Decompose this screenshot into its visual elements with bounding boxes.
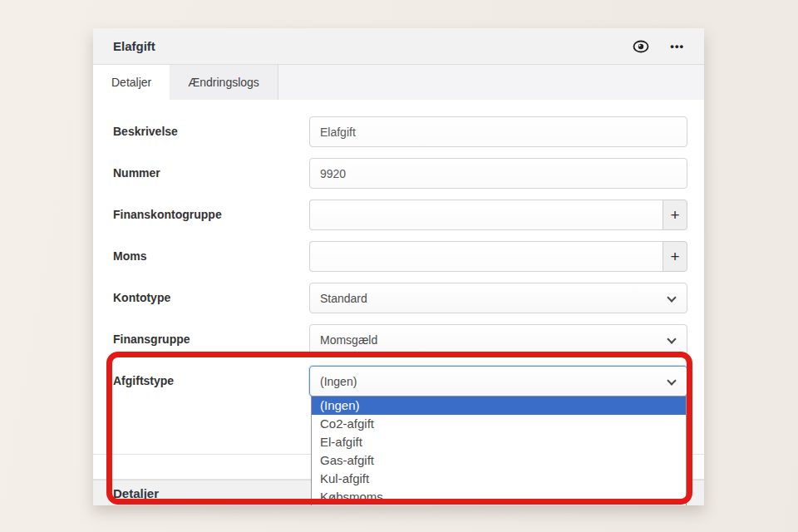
tab-strip-filler	[278, 65, 704, 100]
field-label: Nummer	[113, 158, 309, 189]
moms-add-button[interactable]: +	[663, 241, 687, 272]
page-title: Elafgift	[113, 39, 155, 53]
form-row-afgiftstype: Afgiftstype (Ingen)	[113, 366, 687, 397]
tab-strip: Detaljer Ændringslogs	[93, 65, 704, 100]
finansgruppe-select[interactable]: Momsgæld	[309, 324, 687, 355]
form-row-finansgruppe: Finansgruppe Momsgæld	[113, 324, 687, 355]
form-row-moms: Moms +	[113, 241, 687, 272]
finanskontogruppe-input[interactable]	[309, 200, 663, 230]
afgiftstype-value: (Ingen)	[320, 375, 357, 388]
afgiftstype-select[interactable]: (Ingen)	[309, 366, 687, 397]
tab-detaljer[interactable]: Detaljer	[93, 65, 170, 100]
chevron-down-icon	[667, 376, 676, 385]
form-row-beskrivelse: Beskrivelse	[113, 116, 687, 147]
moms-input[interactable]	[309, 241, 663, 272]
dropdown-option[interactable]: Gas-afgift	[312, 451, 686, 470]
field-label: Finansgruppe	[113, 324, 309, 355]
afgiftstype-dropdown-list: (Ingen) Co2-afgift El-afgift Gas-afgift …	[311, 396, 687, 505]
card-header: Elafgift •••	[93, 28, 704, 65]
header-actions: •••	[632, 40, 684, 53]
record-card: Elafgift ••• Detaljer Ændringslogs Beskr…	[93, 28, 704, 505]
next-section-title: Detaljer	[113, 486, 159, 500]
field-label: Moms	[113, 241, 309, 272]
dropdown-option[interactable]: Co2-afgift	[312, 415, 686, 433]
field-label: Afgiftstype	[113, 366, 309, 397]
field-label: Kontotype	[113, 283, 309, 313]
beskrivelse-input[interactable]	[309, 116, 687, 147]
chevron-down-icon	[667, 334, 676, 343]
more-options-button[interactable]: •••	[670, 41, 684, 52]
dropdown-option[interactable]: (Ingen)	[312, 397, 686, 415]
kontotype-value: Standard	[320, 292, 367, 305]
dropdown-option[interactable]: Kul-afgift	[312, 470, 686, 488]
tab-aendringslogs[interactable]: Ændringslogs	[170, 65, 278, 100]
view-button[interactable]	[632, 40, 650, 53]
finanskontogruppe-add-button[interactable]: +	[663, 200, 687, 230]
form-row-finanskontogruppe: Finanskontogruppe +	[113, 200, 687, 230]
eye-icon	[632, 40, 650, 53]
dropdown-option[interactable]: Købsmoms	[312, 488, 686, 505]
chevron-down-icon	[667, 293, 676, 302]
page-background: { "window": { "title": "Elafgift", "more…	[0, 0, 798, 532]
form-row-kontotype: Kontotype Standard	[113, 283, 687, 313]
field-label: Finanskontogruppe	[113, 200, 309, 230]
form-row-nummer: Nummer	[113, 158, 687, 189]
field-label: Beskrivelse	[113, 116, 309, 147]
dropdown-option[interactable]: El-afgift	[312, 433, 686, 451]
nummer-input[interactable]	[309, 158, 687, 189]
finansgruppe-value: Momsgæld	[320, 333, 377, 347]
kontotype-select[interactable]: Standard	[309, 283, 687, 313]
